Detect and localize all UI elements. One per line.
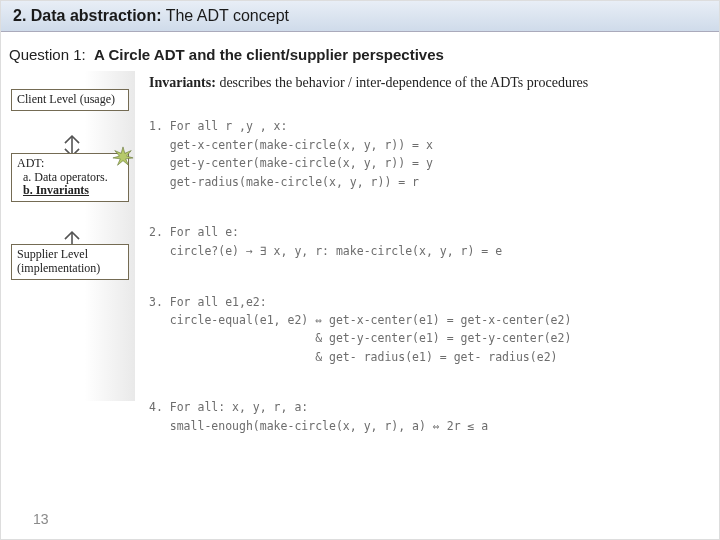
- supplier-box-text: Supplier Level (implementation): [17, 247, 100, 275]
- code-line: get-x-center(make-circle(x, y, r)) = x: [149, 138, 433, 152]
- sidebar: Client Level (usage) ADT: a. Data operat…: [9, 71, 135, 401]
- question-topic: A Circle ADT and the client/supplier per…: [94, 46, 444, 63]
- code-line: get-radius(make-circle(x, y, r)) = r: [149, 175, 419, 189]
- section-title-bold: Data abstraction:: [31, 7, 162, 24]
- svg-marker-1: [113, 147, 133, 165]
- code-line: 3. For all e1,e2:: [149, 295, 267, 309]
- section-num: 2.: [13, 7, 26, 24]
- invariants-desc: describes the behavior / inter-dependenc…: [216, 75, 588, 90]
- client-level-box: Client Level (usage): [11, 89, 129, 111]
- code-line: circle?(e) → ∃ x, y, r: make-circle(x, y…: [149, 244, 502, 258]
- starburst-icon: [112, 146, 134, 168]
- content-area: Invariants: describes the behavior / int…: [135, 71, 711, 486]
- supplier-level-box: Supplier Level (implementation): [11, 244, 129, 280]
- adt-box: ADT: a. Data operators. b. Invariants: [11, 153, 129, 202]
- code-line: 4. For all: x, y, r, a:: [149, 400, 308, 414]
- invariants-code: 1. For all r ,y , x: get-x-center(make-c…: [135, 99, 711, 486]
- code-line: small-enough(make-circle(x, y, r), a) ⇔ …: [149, 419, 488, 433]
- code-line: circle-equal(e1, e2) ⇔ get-x-center(e1) …: [149, 313, 571, 327]
- adt-line-b: b. Invariants: [23, 183, 89, 197]
- question-label: Question 1:: [9, 46, 86, 63]
- invariants-label: Invariants:: [149, 75, 216, 90]
- section-title-rest: The ADT concept: [166, 7, 289, 24]
- page-number: 13: [33, 511, 49, 527]
- title-bar: 2. Data abstraction: The ADT concept: [1, 1, 719, 32]
- code-line: & get- radius(e1) = get- radius(e2): [149, 350, 558, 364]
- question-line: Question 1: A Circle ADT and the client/…: [1, 32, 719, 71]
- code-line: 1. For all r ,y , x:: [149, 119, 287, 133]
- client-box-text: Client Level (usage): [17, 92, 115, 106]
- code-line: & get-y-center(e1) = get-y-center(e2): [149, 331, 571, 345]
- invariants-heading: Invariants: describes the behavior / int…: [135, 71, 711, 99]
- code-line: get-y-center(make-circle(x, y, r)) = y: [149, 156, 433, 170]
- code-line: 2. For all e:: [149, 225, 239, 239]
- adt-line-a: a. Data operators.: [23, 170, 108, 184]
- adt-title: ADT:: [17, 156, 44, 170]
